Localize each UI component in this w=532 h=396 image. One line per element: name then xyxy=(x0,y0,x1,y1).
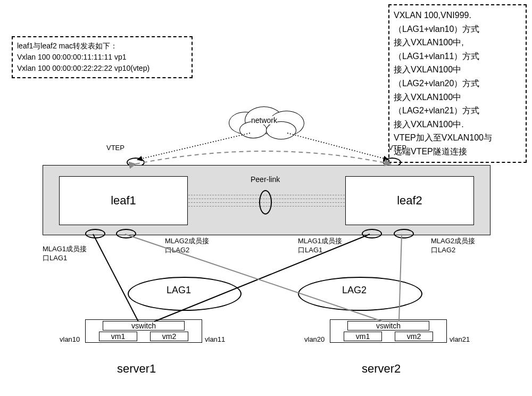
vxlan-line: 远端VTEP隧道连接 xyxy=(394,145,521,159)
leaf2-node: leaf2 xyxy=(345,176,474,225)
server1-name: server1 xyxy=(117,362,156,376)
text: MLAG1成员接 xyxy=(43,245,87,253)
mac-table-title: leaf1与leaf2 mac转发表如下： xyxy=(17,40,187,52)
mlag1-leaf1-label: MLAG1成员接 口LAG1 xyxy=(43,245,101,263)
server1: vswitch vm1 vm2 xyxy=(85,319,202,343)
leaf1-node: leaf1 xyxy=(59,176,188,225)
lag1-label: LAG1 xyxy=(165,285,193,296)
text: 口LAG2 xyxy=(431,246,455,254)
leaf1-label: leaf1 xyxy=(111,194,136,208)
leaf2-label: leaf2 xyxy=(397,194,422,208)
leaf-pair-chassis: leaf1 leaf2 Peer-link xyxy=(43,165,491,235)
leaf1-port-icon xyxy=(116,229,136,238)
server2-vswitch: vswitch xyxy=(347,321,429,331)
mlag2-leaf1-label: MLAG2成员接 口LAG2 xyxy=(165,237,223,255)
vxlan-line: 接入VXLAN100中, xyxy=(394,36,521,50)
text: MLAG2成员接 xyxy=(165,237,209,245)
mlag1-leaf2-label: MLAG1成员接 口LAG1 xyxy=(298,237,356,255)
leaf2-port-icon xyxy=(394,229,414,238)
mac-forward-table: leaf1与leaf2 mac转发表如下： Vxlan 100 00:00:00… xyxy=(12,36,193,78)
network-cloud: network xyxy=(229,101,309,138)
svg-line-5 xyxy=(399,234,402,321)
vtep-label: VTEP xyxy=(388,144,406,152)
vxlan-line: VXLAN 100,VNI999. xyxy=(394,9,521,22)
server1-vswitch: vswitch xyxy=(103,321,185,331)
vxlan-line: （LAG1+vlan10）方式 xyxy=(394,22,521,36)
leaf2-port-icon xyxy=(362,229,382,238)
vxlan-line: 接入VXLAN100中 xyxy=(394,63,521,77)
server1-vlan-right: vlan11 xyxy=(205,335,225,343)
vtep-label: VTEP xyxy=(106,144,124,152)
server2-vlan-right: vlan21 xyxy=(450,335,470,343)
text: 口LAG2 xyxy=(165,246,189,254)
mac-table-row: Vxlan 100 00:00:00:11:11:11 vp1 xyxy=(17,52,187,63)
text: 口LAG1 xyxy=(298,246,322,254)
peerlink-ellipse-icon xyxy=(259,190,272,214)
leaf1-port-icon xyxy=(85,229,105,238)
vxlan-line: 接入VXLAN100中. xyxy=(394,118,521,131)
text: MLAG2成员接 xyxy=(431,237,475,245)
server2-name: server2 xyxy=(362,362,401,376)
vxlan-line: 接入VXLAN100中 xyxy=(394,90,521,104)
cloud-label: network xyxy=(251,116,277,125)
mac-table-row: Vxlan 100 00:00:00:22:22:22 vp10(vtep) xyxy=(17,63,187,74)
server2-vm1: vm1 xyxy=(344,332,382,341)
mlag2-leaf2-label: MLAG2成员接 口LAG2 xyxy=(431,237,489,255)
text: MLAG1成员接 xyxy=(298,237,342,245)
server1-vm1: vm1 xyxy=(99,332,137,341)
vxlan-line: VTEP加入至VXLAN100与 xyxy=(394,131,521,145)
server2-vlan-left: vlan20 xyxy=(304,335,325,343)
server2: vswitch vm1 vm2 xyxy=(330,319,447,343)
server2-vm2: vm2 xyxy=(395,332,433,341)
vxlan-line: （LAG2+vlan20）方式 xyxy=(394,77,521,90)
vxlan-line: （LAG1+vlan11）方式 xyxy=(394,50,521,63)
server1-vm2: vm2 xyxy=(150,332,188,341)
vxlan-line: （LAG2+vlan21）方式 xyxy=(394,104,521,118)
lag2-label: LAG2 xyxy=(340,285,368,296)
server1-vlan-left: vlan10 xyxy=(60,335,80,343)
vxlan-info-box: VXLAN 100,VNI999. （LAG1+vlan10）方式 接入VXLA… xyxy=(388,4,527,163)
text: 口LAG1 xyxy=(43,254,67,262)
peerlink-label: Peer-link xyxy=(251,175,280,184)
